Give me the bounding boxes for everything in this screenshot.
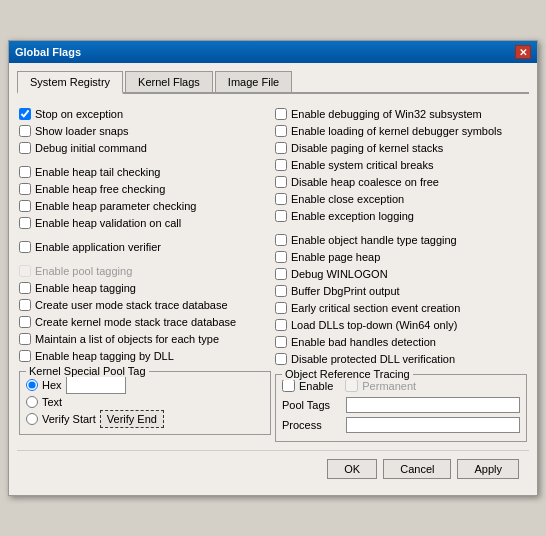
heap-tagging-checkbox[interactable]: [19, 282, 31, 294]
hex-radio-row: Hex: [26, 376, 264, 394]
win32-debug-label: Enable debugging of Win32 subsystem: [291, 108, 482, 120]
process-input[interactable]: [346, 417, 520, 433]
pool-tagging-label: Enable pool tagging: [35, 265, 132, 277]
text-radio[interactable]: [26, 396, 38, 408]
bad-handles-checkbox[interactable]: [275, 336, 287, 348]
heap-tagging-dll-checkbox[interactable]: [19, 350, 31, 362]
load-dlls-checkbox[interactable]: [275, 319, 287, 331]
window-title: Global Flags: [15, 46, 81, 58]
disable-paging-checkbox[interactable]: [275, 142, 287, 154]
kernel-stack-checkbox[interactable]: [19, 316, 31, 328]
ref-enable-label: Enable: [299, 380, 333, 392]
pool-tags-input[interactable]: [346, 397, 520, 413]
pool-tags-row: Pool Tags: [282, 395, 520, 415]
user-stack-item: Create user mode stack trace database: [19, 297, 271, 313]
show-loader-snaps-checkbox[interactable]: [19, 125, 31, 137]
title-bar: Global Flags ✕: [9, 41, 537, 63]
hex-text-input[interactable]: [66, 376, 126, 394]
kernel-stack-item: Create kernel mode stack trace database: [19, 314, 271, 330]
early-critical-checkbox[interactable]: [275, 302, 287, 314]
debug-winlogon-item: Debug WINLOGON: [275, 266, 527, 282]
page-heap-checkbox[interactable]: [275, 251, 287, 263]
heap-free-checkbox[interactable]: [19, 183, 31, 195]
obj-ref-group: Object Reference Tracing Enable Permanen…: [275, 374, 527, 442]
stop-on-exception-checkbox[interactable]: [19, 108, 31, 120]
obj-handle-checkbox[interactable]: [275, 234, 287, 246]
verify-start-label: Verify Start: [42, 413, 96, 425]
global-flags-window: Global Flags ✕ System Registry Kernel Fl…: [8, 40, 538, 496]
debug-winlogon-checkbox[interactable]: [275, 268, 287, 280]
stop-on-exception-label: Stop on exception: [35, 108, 123, 120]
exception-logging-item: Enable exception logging: [275, 208, 527, 224]
debug-initial-command-label: Debug initial command: [35, 142, 147, 154]
win32-debug-item: Enable debugging of Win32 subsystem: [275, 106, 527, 122]
cancel-button[interactable]: Cancel: [383, 459, 451, 479]
win32-debug-checkbox[interactable]: [275, 108, 287, 120]
protected-dll-label: Disable protected DLL verification: [291, 353, 455, 365]
window-content: System Registry Kernel Flags Image File …: [9, 63, 537, 495]
bad-handles-label: Enable bad handles detection: [291, 336, 436, 348]
sys-critical-label: Enable system critical breaks: [291, 159, 433, 171]
heap-tagging-item: Enable heap tagging: [19, 280, 271, 296]
user-stack-checkbox[interactable]: [19, 299, 31, 311]
exception-logging-checkbox[interactable]: [275, 210, 287, 222]
right-column: Enable debugging of Win32 subsystem Enab…: [275, 106, 527, 442]
heap-valid-checkbox[interactable]: [19, 217, 31, 229]
text-radio-item: Text: [26, 394, 264, 410]
loading-symbols-label: Enable loading of kernel debugger symbol…: [291, 125, 502, 137]
debug-initial-command-item: Debug initial command: [19, 140, 271, 156]
sys-critical-checkbox[interactable]: [275, 159, 287, 171]
sys-critical-item: Enable system critical breaks: [275, 157, 527, 173]
heap-param-label: Enable heap parameter checking: [35, 200, 196, 212]
verify-start-radio-item: Verify Start: [26, 411, 96, 427]
verify-end-button[interactable]: Verify End: [100, 410, 164, 428]
page-heap-label: Enable page heap: [291, 251, 380, 263]
heap-coalesce-checkbox[interactable]: [275, 176, 287, 188]
heap-valid-label: Enable heap validation on call: [35, 217, 181, 229]
maintain-list-label: Maintain a list of objects for each type: [35, 333, 219, 345]
disable-paging-item: Disable paging of kernel stacks: [275, 140, 527, 156]
ok-button[interactable]: OK: [327, 459, 377, 479]
ref-enable-checkbox[interactable]: [282, 379, 295, 392]
disable-paging-label: Disable paging of kernel stacks: [291, 142, 443, 154]
obj-handle-item: Enable object handle type tagging: [275, 232, 527, 248]
heap-valid-item: Enable heap validation on call: [19, 215, 271, 231]
buffer-dbgprint-checkbox[interactable]: [275, 285, 287, 297]
heap-param-item: Enable heap parameter checking: [19, 198, 271, 214]
close-button[interactable]: ✕: [515, 45, 531, 59]
stop-on-exception-item: Stop on exception: [19, 106, 271, 122]
heap-param-checkbox[interactable]: [19, 200, 31, 212]
tab-system-registry[interactable]: System Registry: [17, 71, 123, 94]
tab-kernel-flags[interactable]: Kernel Flags: [125, 71, 213, 92]
heap-tail-checkbox[interactable]: [19, 166, 31, 178]
verify-start-row: Verify Start Verify End: [26, 410, 264, 428]
app-verifier-checkbox[interactable]: [19, 241, 31, 253]
heap-coalesce-item: Disable heap coalesce on free: [275, 174, 527, 190]
hex-radio[interactable]: [26, 379, 38, 391]
bottom-bar: OK Cancel Apply: [17, 450, 529, 487]
close-exception-item: Enable close exception: [275, 191, 527, 207]
maintain-list-checkbox[interactable]: [19, 333, 31, 345]
heap-free-item: Enable heap free checking: [19, 181, 271, 197]
protected-dll-checkbox[interactable]: [275, 353, 287, 365]
obj-handle-label: Enable object handle type tagging: [291, 234, 457, 246]
text-radio-label: Text: [42, 396, 62, 408]
tab-bar: System Registry Kernel Flags Image File: [17, 71, 529, 94]
load-dlls-label: Load DLLs top-down (Win64 only): [291, 319, 457, 331]
load-dlls-item: Load DLLs top-down (Win64 only): [275, 317, 527, 333]
app-verifier-label: Enable application verifier: [35, 241, 161, 253]
debug-initial-command-checkbox[interactable]: [19, 142, 31, 154]
ref-permanent-checkbox: [345, 379, 358, 392]
close-exception-checkbox[interactable]: [275, 193, 287, 205]
spacer3: [19, 256, 271, 262]
verify-start-radio[interactable]: [26, 413, 38, 425]
obj-ref-group-title: Object Reference Tracing: [282, 368, 413, 380]
bad-handles-item: Enable bad handles detection: [275, 334, 527, 350]
loading-symbols-checkbox[interactable]: [275, 125, 287, 137]
spacer1: [19, 157, 271, 163]
tab-image-file[interactable]: Image File: [215, 71, 292, 92]
apply-button[interactable]: Apply: [457, 459, 519, 479]
pool-tagging-checkbox: [19, 265, 31, 277]
pool-tagging-item: Enable pool tagging: [19, 263, 271, 279]
hex-radio-label: Hex: [42, 379, 62, 391]
